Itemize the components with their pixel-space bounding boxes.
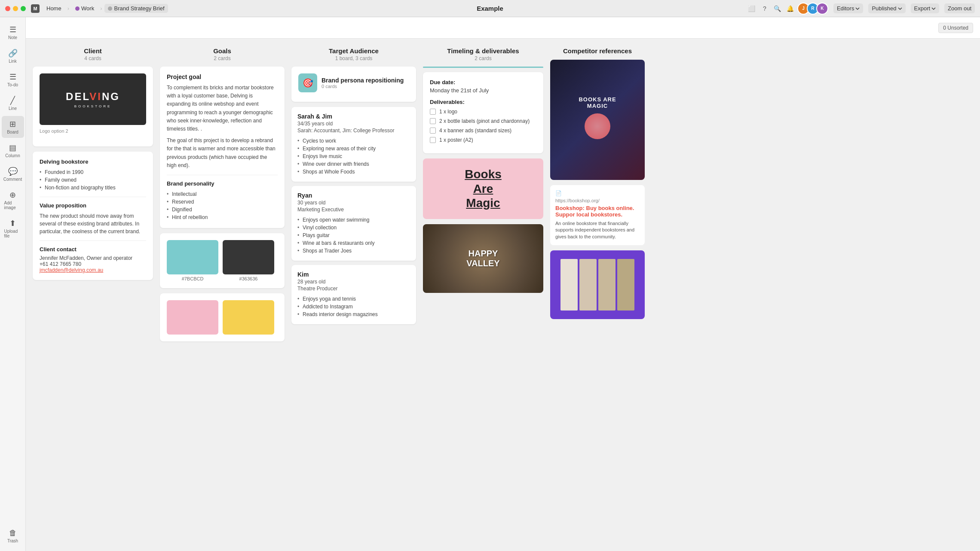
books-magic-text: BooksAreMagic [432,167,535,210]
swatch-yellow [223,300,274,335]
nav-breadcrumb: Home › Work › Brand Strategy Brief [43,4,168,13]
swatch-teal-color [167,240,218,274]
competitor-image-1: BOOKS AREMAGIC [550,60,645,180]
maximize-button[interactable] [21,6,26,11]
comp-link-desc: An online bookstore that financially sup… [555,220,640,240]
brand-persona-header: 🎯 Brand persona repositioning 0 cards [298,73,409,92]
line-label: Line [9,106,17,111]
happy-valley-text: HAPPYVALLEY [466,249,499,268]
nav-doc[interactable]: Brand Strategy Brief [104,4,168,13]
bell-icon[interactable]: 🔔 [786,4,795,13]
sidebar: ☰ Note 🔗 Link ☰ To-do ╱ Line ⊞ Board ▤ C… [0,17,26,551]
fact-1: Founded in 1990 [40,168,146,176]
swatch-dark-color [223,240,274,274]
export-button[interactable]: Export [911,3,940,13]
bam-text: BOOKS AREMAGIC [579,96,616,109]
toolbar: 0 Unsorted [26,17,980,39]
timeline-title: Timeling & deliverables [423,47,543,55]
kim-interests: Enjoys yoga and tennis Addicted to Insta… [297,295,410,318]
checklist-text-1: 1 x logo [439,109,457,115]
sidebar-item-column[interactable]: ▤ Column [2,140,24,161]
editors-button[interactable]: Editors [833,3,863,13]
sidebar-item-file[interactable]: ⬆ Upload file [2,215,24,242]
books-magic-img: BOOKS AREMAGIC [550,60,645,180]
contact-phone: +61 412 7665 780 [40,261,146,267]
logo-v: V [89,91,98,102]
nav-home[interactable]: Home [43,4,65,13]
ryan-interests: Enjoys open water swimming Vinyl collect… [297,216,410,255]
checklist-text-2: 2 x bottle labels (pinot and chardonnay) [439,118,530,124]
work-dot [75,6,80,11]
sarah-jim-age: 34/35 years old [297,121,410,127]
color-swatches-card: #7BCBCD #363636 [160,233,285,288]
bam-overlay: BOOKS AREMAGIC [579,96,616,143]
goal-text-2: The goal of this project is to develop a… [167,137,278,170]
brand-persona-icon: 🎯 [298,73,317,92]
sidebar-item-trash[interactable]: 🗑 Trash [2,525,24,547]
titlebar: M Home › Work › Brand Strategy Brief Exa… [0,0,980,17]
minimize-button[interactable] [13,6,18,11]
brand-persona-count: 0 cards [322,84,404,89]
nav-sep2: › [100,5,102,12]
timeline-count: 2 cards [423,55,543,61]
sidebar-item-board[interactable]: ⊞ Board [2,116,24,138]
checkbox-2[interactable] [430,118,436,124]
published-button[interactable]: Published [868,3,905,13]
link-icon: 📄 [555,190,640,196]
checkbox-4[interactable] [430,137,436,143]
logo-caption: Logo option 2 [40,128,146,134]
value-prop-title: Value proposition [40,202,146,209]
audience-count: 1 board, 3 cards [291,55,416,61]
search-icon[interactable]: 🔍 [773,4,782,13]
swatch-dark: #363636 [223,240,274,281]
book-4 [617,259,634,311]
sidebar-item-line[interactable]: ╱ Line [2,92,24,114]
close-button[interactable] [5,6,10,11]
sarah-jim-job: Sarah: Accountant, Jim: College Professo… [297,128,410,134]
timeline-column-header: Timeling & deliverables 2 cards [423,47,543,61]
help-icon[interactable]: ? [760,4,769,13]
project-goal-title: Project goal [167,73,278,80]
brand-personality-title: Brand personality [167,180,278,187]
swatch-pink [167,300,218,335]
app-icon: M [31,4,40,13]
nav-sep1: › [67,5,69,12]
checkbox-3[interactable] [430,128,436,134]
deliverables-label: Deliverables: [430,99,536,105]
bam-circle [585,113,610,139]
zoom-button[interactable]: Zoom out [944,3,975,13]
doc-dot [108,6,112,11]
timeline-column: Timeling & deliverables 2 cards Due date… [423,47,543,293]
titlebar-right: ⬜ ? 🔍 🔔 J R K Editors Published Export Z… [747,3,975,15]
link-label: Link [9,59,16,64]
sidebar-item-comment[interactable]: 💬 Comment [2,163,24,185]
board-area[interactable]: Client 4 cards DELVING BOOKSTORE Logo op… [26,39,980,551]
column-label: Column [5,153,20,158]
nav-work[interactable]: Work [72,4,98,13]
goals-title: Goals [160,47,285,55]
brand-traits: Intellectual Reserved Dignified Hint of … [167,190,278,221]
checkbox-1[interactable] [430,109,436,115]
tablet-icon[interactable]: ⬜ [747,4,756,13]
trait-dignified: Dignified [167,206,278,213]
trash-label: Trash [7,539,18,543]
book-2 [579,259,597,311]
checklist-item-3: 4 x banner ads (standard sizes) [430,128,536,134]
doc-label: Brand Strategy Brief [114,5,164,12]
book-3 [598,259,616,311]
comp-link-title[interactable]: Bookshop: Buy books online. Suppor local… [555,205,640,218]
book-1 [560,259,578,311]
sidebar-item-todo[interactable]: ☰ To-do [2,69,24,91]
bookstore-name: Delving bookstore [40,158,146,165]
todo-icon: ☰ [9,72,16,82]
sidebar-item-link[interactable]: 🔗 Link [2,45,24,67]
sidebar-item-image[interactable]: ⊕ Add image [2,187,24,213]
contact-email[interactable]: jmcfadden@delving.com.au [40,267,146,273]
swatch-teal: #7BCBCD [167,240,218,281]
sidebar-item-note[interactable]: ☰ Note [2,21,24,43]
titlebar-icons: ⬜ ? 🔍 🔔 [747,4,795,13]
bookstore-card: Delving bookstore Founded in 1990 Family… [33,152,153,280]
fact-3: Non-fiction and biography titles [40,184,146,192]
logo-card: DELVING BOOKSTORE Logo option 2 [33,67,153,146]
competitor-title: Competitor references [550,47,645,55]
